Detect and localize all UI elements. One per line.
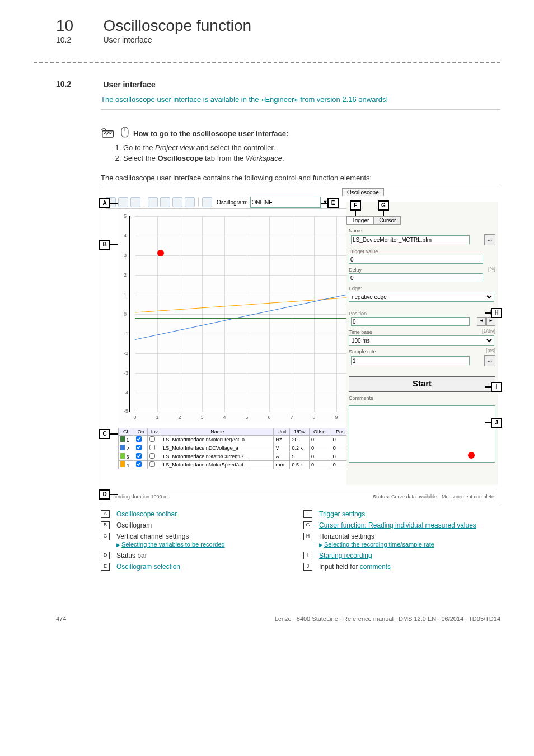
step-2: Select the Oscilloscope tab from the Wor…: [123, 154, 500, 162]
section-number: 10.2: [56, 80, 101, 88]
timebase-select[interactable]: 100 ms: [349, 335, 494, 346]
position-right-button[interactable]: ►: [486, 317, 495, 326]
legend-G-link[interactable]: Cursor function: Reading individual meas…: [319, 521, 476, 529]
table-row[interactable]: 1LS_MotorInterface.nMotorFreqAct_aHz2000: [119, 436, 359, 444]
toolbar-disk-icon[interactable]: [130, 197, 140, 207]
toolbar-zoom-icon[interactable]: [172, 197, 182, 207]
callout-B: B: [99, 240, 118, 250]
legend-B-box: B: [101, 521, 110, 529]
toolbar-fit-icon[interactable]: [185, 197, 195, 207]
legend-J-box: J: [303, 563, 312, 571]
comments-label: Comments: [349, 395, 495, 401]
intro-text: The oscilloscope user interface contains…: [101, 174, 500, 182]
toolbar-settings-icon[interactable]: [202, 197, 212, 207]
legend-F-box: F: [303, 510, 312, 518]
section-title: User interface: [103, 80, 155, 89]
legend-A-box: A: [101, 510, 110, 518]
legend-H-text: Horizontal settings: [319, 533, 374, 540]
samplerate-label: Sample rate: [349, 349, 376, 354]
callout-H: H: [485, 308, 502, 318]
callout-C: C: [99, 429, 118, 439]
delay-input[interactable]: [349, 273, 483, 282]
oscilloscope-ui: Oscilloscope A B C D E H I J Os: [101, 188, 500, 502]
name-label: Name: [349, 228, 495, 234]
divider: [34, 62, 500, 63]
oscillogram-chart: 5 4 3 2 1 0 -1 -2 -3 -4 -5 0 1 2 3 4 5 6…: [118, 211, 359, 423]
channel-inv-checkbox[interactable]: [149, 461, 155, 467]
position-left-button[interactable]: ◄: [477, 317, 486, 326]
comments-marker-dot: [468, 452, 475, 459]
availability-note: The oscilloscope user interface is avail…: [101, 95, 500, 110]
channel-inv-checkbox[interactable]: [149, 436, 155, 442]
chapter-number: 10: [56, 17, 101, 35]
timebase-label: Time base: [349, 329, 372, 335]
status-bar: Recording duration 1000 ms Status: Curve…: [107, 492, 494, 500]
chart-marker-dot: [157, 250, 164, 256]
legend-E-link[interactable]: Oscillogram selection: [116, 563, 180, 571]
callout-G: G: [378, 200, 389, 216]
mouse-icon: [121, 127, 129, 140]
legend: A Oscilloscope toolbar F Trigger setting…: [101, 510, 500, 571]
channel-on-checkbox[interactable]: [136, 445, 142, 450]
position-input[interactable]: [351, 317, 470, 326]
table-row[interactable]: 3LS_MotorInterface.nStatorCurrentIS…A500: [119, 452, 359, 461]
legend-J-prefix: Input field for: [319, 563, 360, 571]
legend-I-link[interactable]: Starting recording: [319, 552, 372, 559]
channel-inv-checkbox[interactable]: [149, 453, 155, 459]
footer-text: Lenze · 8400 StateLine · Reference manua…: [275, 615, 500, 622]
channel-on-checkbox[interactable]: [136, 461, 142, 467]
position-label: Position: [349, 311, 367, 316]
edge-label: Edge:: [349, 286, 495, 291]
oscillogram-select[interactable]: [250, 197, 321, 208]
channel-table: ChOnInvNameUnit1/DivOffsetPosition 1LS_M…: [118, 428, 359, 469]
chapter-title: Oscilloscope function: [103, 17, 251, 35]
legend-D-box: D: [101, 552, 110, 559]
legend-H-box: H: [303, 533, 312, 540]
toolbar-save-icon[interactable]: [118, 197, 128, 207]
callout-D: D: [99, 489, 118, 500]
table-row[interactable]: 4LS_MotorInterface.nMotorSpeedAct…rpm0.5…: [119, 461, 359, 469]
samplerate-input[interactable]: [351, 356, 470, 365]
tab-trigger[interactable]: Trigger: [346, 216, 374, 225]
channel-inv-checkbox[interactable]: [149, 445, 155, 450]
tab-cursor[interactable]: Cursor: [374, 216, 401, 225]
delay-label: Delay: [349, 267, 362, 273]
section-title-small: User interface: [103, 35, 152, 44]
toolbar-clipboard-icon[interactable]: [148, 197, 158, 207]
callout-J: J: [485, 418, 502, 428]
right-panel: F G Trigger Cursor Name … Trigger value …: [346, 202, 498, 485]
legend-F-link[interactable]: Trigger settings: [319, 510, 365, 518]
howto-title: How to go to the oscilloscope user inter…: [133, 129, 288, 138]
channel-on-checkbox[interactable]: [136, 436, 142, 442]
trigger-name-input[interactable]: [351, 235, 470, 244]
legend-C-box: C: [101, 533, 110, 540]
start-button[interactable]: Start: [349, 376, 495, 392]
legend-C-text: Vertical channel settings: [116, 533, 189, 540]
legend-A-link[interactable]: Oscilloscope toolbar: [116, 510, 177, 518]
samplerate-browse-button[interactable]: …: [484, 355, 495, 366]
comments-input[interactable]: [349, 405, 495, 463]
trigger-value-input[interactable]: [349, 255, 483, 264]
tab-oscilloscope[interactable]: Oscilloscope: [342, 188, 384, 196]
section-number-small: 10.2: [56, 35, 101, 44]
channel-on-checkbox[interactable]: [136, 453, 142, 459]
legend-C-sublink[interactable]: Selecting the variables to be recorded: [121, 541, 225, 548]
callout-E: E: [321, 198, 339, 208]
legend-J-link[interactable]: comments: [360, 563, 391, 571]
legend-D-text: Status bar: [116, 552, 147, 559]
oscilloscope-icon: [101, 128, 116, 139]
edge-select[interactable]: negative edge: [349, 292, 494, 302]
oscillogram-label: Oscillogram:: [217, 199, 248, 206]
browse-button[interactable]: …: [484, 234, 495, 245]
table-row[interactable]: 2LS_MotorInterface.nDCVoltage_aV0.2 k00: [119, 444, 359, 452]
callout-I: I: [485, 382, 502, 392]
step-1: Go to the Project view and select the co…: [123, 143, 500, 152]
legend-G-box: G: [303, 521, 312, 529]
page-footer: 474 Lenze · 8400 StateLine · Reference m…: [56, 615, 500, 622]
legend-H-sublink[interactable]: Selecting the recording time/sample rate: [324, 541, 434, 548]
legend-I-box: I: [303, 552, 312, 559]
legend-E-box: E: [101, 563, 110, 571]
trigger-value-label: Trigger value: [349, 249, 495, 254]
toolbar-print-icon[interactable]: [160, 197, 170, 207]
howto-steps: Go to the Project view and select the co…: [112, 143, 500, 162]
